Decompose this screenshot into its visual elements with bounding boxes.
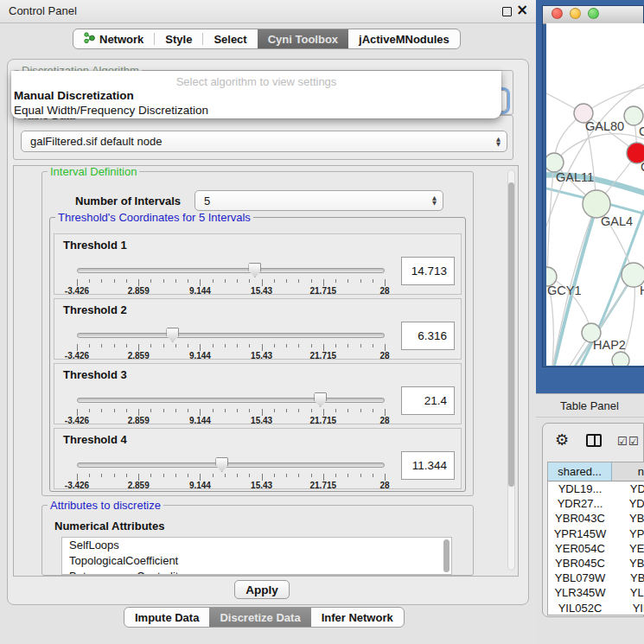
table-row[interactable]: YIL052CYIL0 bbox=[548, 601, 644, 615]
checkbox-icon[interactable]: ☑ bbox=[628, 435, 639, 448]
numerical-attributes-list[interactable]: SelfLoopsTopologicalCoefficientBetweenne… bbox=[61, 537, 452, 575]
table-row[interactable]: YDL19...YDL1 bbox=[548, 481, 644, 496]
zoom-traffic-light-icon[interactable] bbox=[588, 8, 599, 19]
threshold-value-field[interactable]: 14.713 bbox=[401, 257, 455, 285]
table-data-combo[interactable]: galFiltered.sif default node ▲▼ bbox=[21, 131, 507, 152]
slider-handle[interactable] bbox=[166, 328, 179, 342]
threshold-slider[interactable]: -3.4262.8599.14415.4321.71528 bbox=[77, 456, 385, 488]
number-of-intervals-combo[interactable]: 5 ▲▼ bbox=[194, 190, 443, 211]
column-header-name[interactable]: na bbox=[612, 462, 644, 481]
tick-mark bbox=[114, 474, 115, 477]
tick-mark bbox=[298, 409, 299, 412]
network-window[interactable]: GAL80GALCGAL11GAL4GCY1HHAP2 bbox=[542, 5, 644, 367]
tick-mark bbox=[101, 474, 102, 477]
popup-item-manual-discretization[interactable]: Manual Discretization bbox=[14, 89, 134, 102]
close-icon[interactable]: × bbox=[516, 1, 528, 18]
screenshot-root: Control Panel × NetworkStyleSelectCyni T… bbox=[0, 0, 644, 644]
network-edge[interactable] bbox=[554, 360, 621, 366]
tick-label: 28 bbox=[379, 351, 389, 360]
table-panel-titlebar: Table Panel bbox=[536, 393, 644, 418]
tick-label: -3.426 bbox=[65, 416, 89, 425]
tick-mark bbox=[126, 279, 127, 283]
table-row[interactable]: YBR043CYBR0 bbox=[548, 511, 644, 526]
slider-handle[interactable] bbox=[248, 263, 261, 277]
tick-mark bbox=[150, 409, 151, 412]
float-window-icon[interactable] bbox=[502, 7, 512, 16]
tick-mark bbox=[89, 344, 90, 348]
table-cell: YBL0 bbox=[612, 571, 644, 584]
table-row[interactable]: YBL079WYBL0 bbox=[548, 571, 644, 585]
tick-mark bbox=[175, 344, 176, 348]
tab-impute-data[interactable]: Impute Data bbox=[124, 608, 209, 627]
vertical-scrollbar-thumb[interactable] bbox=[508, 182, 514, 487]
tab-label: Infer Network bbox=[322, 611, 393, 624]
split-columns-icon[interactable] bbox=[586, 434, 602, 447]
list-scrollbar-thumb[interactable] bbox=[443, 539, 450, 572]
attribute-list-item[interactable]: SelfLoops bbox=[62, 538, 451, 553]
close-traffic-light-icon[interactable] bbox=[552, 8, 563, 19]
table-row[interactable]: YDR27...YDR2 bbox=[548, 496, 644, 511]
tab-discretize-data[interactable]: Discretize Data bbox=[209, 608, 310, 627]
network-node-gal[interactable] bbox=[624, 106, 643, 125]
attribute-list-item[interactable]: TopologicalCoefficient bbox=[62, 553, 451, 569]
slider-track[interactable] bbox=[77, 333, 385, 338]
tick-mark bbox=[286, 344, 287, 348]
threshold-slider[interactable]: -3.4262.8599.14415.4321.71528 bbox=[77, 392, 385, 423]
threshold-slider[interactable]: -3.4262.8599.14415.4321.71528 bbox=[77, 262, 385, 293]
tick-mark bbox=[89, 474, 90, 477]
network-canvas[interactable]: GAL80GALCGAL11GAL4GCY1HHAP2 bbox=[546, 23, 644, 366]
threshold-value-field[interactable]: 6.316 bbox=[401, 322, 455, 350]
network-window-titlebar[interactable] bbox=[543, 6, 643, 24]
tick-mark bbox=[77, 409, 78, 416]
tick-mark bbox=[200, 344, 201, 351]
tick-mark bbox=[225, 409, 226, 412]
popup-item-equal-width-frequency[interactable]: Equal Width/Frequency Discretization bbox=[14, 104, 208, 117]
tick-mark bbox=[348, 344, 348, 348]
slider-handle[interactable] bbox=[215, 457, 228, 472]
tick-mark bbox=[274, 474, 275, 477]
table-row[interactable]: YLR345WYLR3 bbox=[548, 585, 644, 600]
node-label: GAL4 bbox=[601, 214, 633, 228]
apply-button[interactable]: Apply bbox=[234, 580, 290, 599]
tick-mark bbox=[360, 409, 361, 412]
tick-mark bbox=[225, 279, 226, 283]
tab-network[interactable]: Network bbox=[73, 29, 154, 48]
tick-mark bbox=[200, 279, 201, 286]
tick-mark bbox=[262, 474, 263, 481]
interval-definition-group: Interval Definition Number of Intervals … bbox=[41, 171, 474, 496]
combo-spinner-icon: ▲▼ bbox=[496, 137, 501, 147]
threshold-value-field[interactable]: 11.344 bbox=[401, 451, 455, 480]
tab-select[interactable]: Select bbox=[203, 29, 257, 48]
tab-cyni-toolbox[interactable]: Cyni Toolbox bbox=[258, 29, 348, 48]
threshold-label: Threshold 4 bbox=[63, 433, 127, 446]
slider-track[interactable] bbox=[77, 268, 385, 273]
network-node[interactable] bbox=[612, 352, 629, 366]
slider-tick-labels: -3.4262.8599.14415.4321.71528 bbox=[77, 416, 385, 425]
tab-style[interactable]: Style bbox=[155, 29, 202, 48]
network-node-gal11[interactable] bbox=[546, 153, 564, 172]
slider-handle[interactable] bbox=[314, 392, 327, 407]
table-cell: YLR345W bbox=[548, 586, 612, 599]
table-row[interactable]: YBR045CYBR0 bbox=[548, 556, 644, 571]
tab-infer-network[interactable]: Infer Network bbox=[311, 608, 404, 627]
vertical-scrollbar[interactable] bbox=[507, 169, 515, 571]
threshold-value-field[interactable]: 21.4 bbox=[401, 386, 455, 415]
threshold-slider[interactable]: -3.4262.8599.14415.4321.71528 bbox=[77, 327, 385, 358]
table-row[interactable]: YPR145WYPR1 bbox=[548, 526, 644, 541]
tick-mark bbox=[237, 279, 238, 283]
slider-track[interactable] bbox=[77, 398, 385, 403]
checkbox-icon[interactable]: ☑ bbox=[617, 435, 628, 448]
gear-icon[interactable]: ⚙ bbox=[555, 430, 569, 449]
column-header-shared-name[interactable]: shared... bbox=[548, 462, 612, 481]
tick-mark bbox=[163, 344, 164, 348]
table-row[interactable]: YER054CYER0 bbox=[548, 541, 644, 556]
tick-mark bbox=[373, 344, 373, 348]
tab-jactivemnodules[interactable]: jActiveMNodules bbox=[348, 29, 460, 48]
tick-label: 21.715 bbox=[310, 351, 337, 360]
tick-mark bbox=[188, 409, 188, 412]
minimize-traffic-light-icon[interactable] bbox=[570, 8, 581, 19]
attribute-list-item[interactable]: BetweennessCentrality bbox=[62, 569, 451, 575]
slider-track[interactable] bbox=[77, 462, 385, 468]
tick-mark bbox=[385, 344, 386, 351]
tick-label: -3.426 bbox=[65, 481, 89, 490]
